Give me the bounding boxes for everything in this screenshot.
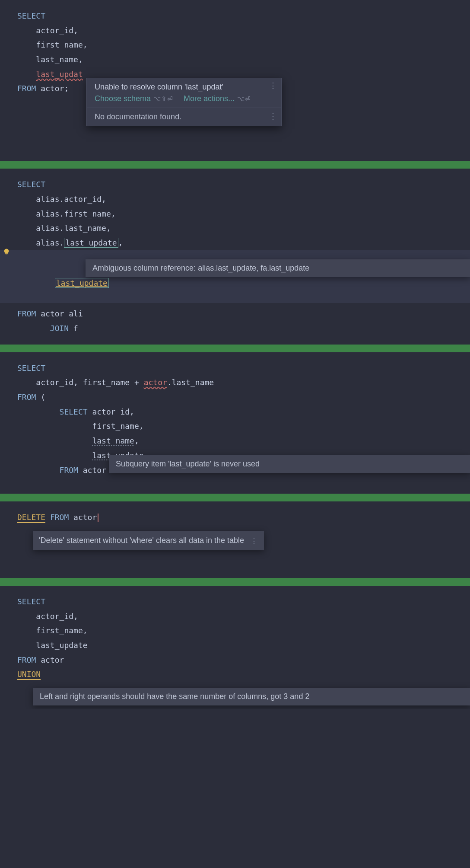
tooltip-title: Unable to resolve column 'last_updat' — [95, 83, 273, 92]
keyword-union-warning[interactable]: UNION — [17, 670, 41, 680]
column-hint: last_name — [92, 436, 134, 445]
choose-schema-link[interactable]: Choose schema — [95, 94, 151, 103]
keyword-select: SELECT — [17, 180, 45, 189]
column: first_name, — [36, 40, 87, 49]
keyword-select: SELECT — [17, 364, 45, 373]
tooltip-text: Subquery item 'last_update' is never use… — [116, 460, 260, 468]
comma: , — [134, 436, 139, 445]
warning-tooltip: Ambiguous column reference: alias.last_u… — [86, 259, 470, 277]
keyword-from: FROM — [17, 655, 36, 664]
column: actor_id, — [92, 407, 134, 416]
column: actor_id, — [36, 26, 78, 35]
error-tooltip[interactable]: Unable to resolve column 'last_updat' ⋮ … — [86, 78, 282, 126]
tooltip-text: Left and right operands should have the … — [40, 692, 309, 701]
code-block-5: SELECT actor_id, first_name, last_update… — [0, 586, 470, 709]
keyword-join: JOIN — [50, 324, 69, 333]
keyword-inner-select: SELECT — [60, 407, 88, 416]
code-block-3: SELECT actor_id, first_name + actor.last… — [0, 352, 470, 494]
join-target: f — [73, 324, 78, 333]
column-error[interactable]: last_updat — [36, 70, 83, 79]
tooltip-text: Ambiguous column reference: alias.last_u… — [92, 264, 309, 272]
keyword-from: FROM — [17, 84, 36, 93]
column-prefix: alias. — [36, 238, 64, 247]
keyword-from: FROM — [50, 513, 69, 522]
comma: , — [118, 238, 123, 247]
separator — [0, 161, 470, 169]
warning-tooltip: Left and right operands should have the … — [33, 688, 470, 705]
more-vert-icon[interactable]: ⋮ — [269, 113, 277, 119]
lightbulb-icon[interactable] — [3, 248, 10, 256]
more-vert-icon[interactable]: ⋮ — [269, 83, 277, 89]
column: actor_id, — [36, 612, 78, 621]
error-ref[interactable]: actor — [144, 378, 167, 387]
column: actor_id, — [36, 378, 78, 387]
table-name: actor — [73, 513, 98, 522]
keyword-inner-from: FROM — [60, 466, 78, 475]
column: first_name — [83, 378, 130, 387]
shortcut: ⌥⇧⏎ — [153, 95, 173, 102]
keyword-select: SELECT — [17, 597, 45, 606]
keyword-delete-warning[interactable]: DELETE — [17, 513, 45, 523]
column: alias.first_name, — [36, 209, 115, 218]
semicolon: ; — [64, 84, 69, 93]
keyword-select: SELECT — [17, 11, 45, 20]
shortcut: ⌥⏎ — [237, 95, 251, 102]
column: first_name, — [92, 421, 143, 431]
separator — [0, 494, 470, 501]
code-block-2: SELECT alias.actor_id, alias.first_name,… — [0, 169, 470, 345]
code-block-1: SELECT actor_id, first_name, last_name, … — [0, 0, 470, 161]
plus: + — [130, 378, 144, 387]
column-warning-boxed[interactable]: last_update — [56, 278, 108, 287]
column: last_name, — [36, 55, 83, 64]
column-boxed: last_update — [64, 238, 118, 248]
column-tail: .last_name — [167, 378, 214, 387]
tooltip-text: 'Delete' statement without 'where' clear… — [39, 536, 244, 545]
column: last_update — [36, 641, 87, 650]
table-name: actor — [83, 466, 106, 475]
more-actions-link[interactable]: More actions... — [184, 94, 235, 103]
table-name: actor — [41, 655, 64, 664]
alias: ali — [69, 309, 83, 318]
keyword-from: FROM — [17, 393, 36, 402]
column: first_name, — [36, 626, 87, 635]
table-name: actor — [41, 309, 64, 318]
no-doc-text: No documentation found. — [95, 112, 181, 121]
paren-open: ( — [41, 393, 45, 402]
column: alias.last_name, — [36, 223, 111, 233]
separator — [0, 345, 470, 352]
keyword-from: FROM — [17, 309, 36, 318]
hint-tooltip: Subquery item 'last_update' is never use… — [109, 455, 470, 473]
warning-tooltip: 'Delete' statement without 'where' clear… — [33, 531, 264, 550]
code-block-4: DELETE FROM actor 'Delete' statement wit… — [0, 501, 470, 578]
more-vert-icon[interactable]: ⋮ — [250, 536, 258, 546]
table-name: actor — [41, 84, 64, 93]
separator — [0, 578, 470, 586]
column: alias.actor_id, — [36, 195, 106, 204]
